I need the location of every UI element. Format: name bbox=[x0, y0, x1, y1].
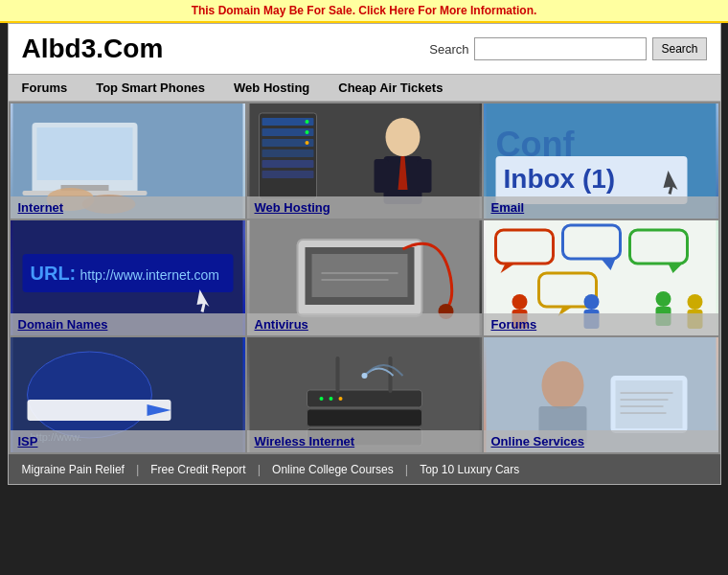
nav-smart-phones[interactable]: Top Smart Phones bbox=[96, 80, 205, 95]
banner-text: This Domain May Be For Sale. Click Here … bbox=[192, 4, 537, 17]
footer-links: Migraine Pain Relief | Free Credit Repor… bbox=[9, 454, 720, 484]
svg-point-72 bbox=[338, 397, 342, 401]
grid-label-online: Online Services bbox=[484, 430, 718, 452]
svg-rect-14 bbox=[262, 171, 313, 178]
svg-rect-65 bbox=[307, 409, 421, 426]
svg-point-70 bbox=[319, 397, 323, 401]
grid-link-wireless[interactable]: Wireless Internet bbox=[255, 434, 355, 448]
grid-link-email[interactable]: Email bbox=[491, 200, 525, 215]
nav-web-hosting[interactable]: Web Hosting bbox=[234, 80, 309, 95]
svg-point-17 bbox=[305, 141, 308, 145]
grid-link-antivirus[interactable]: Antivirus bbox=[255, 317, 308, 332]
grid-item-wireless[interactable]: Wireless Internet bbox=[247, 337, 482, 452]
svg-rect-20 bbox=[374, 159, 388, 193]
nav-bar: Forums Top Smart Phones Web Hosting Chea… bbox=[9, 74, 720, 102]
site-header: Albd3.Com Search Search bbox=[9, 24, 720, 74]
nav-forums[interactable]: Forums bbox=[22, 80, 68, 95]
svg-point-58 bbox=[27, 352, 151, 438]
sale-banner[interactable]: This Domain May Be For Sale. Click Here … bbox=[0, 0, 728, 23]
grid-item-isp[interactable]: http://www. ISP bbox=[11, 337, 245, 452]
grid-link-webhosting[interactable]: Web Hosting bbox=[255, 200, 330, 215]
footer-sep-1: | bbox=[136, 462, 139, 476]
svg-point-18 bbox=[385, 118, 420, 156]
svg-rect-64 bbox=[307, 390, 421, 407]
grid-link-online[interactable]: Online Services bbox=[491, 434, 585, 448]
grid-item-email[interactable]: Conf Inbox (1) Email bbox=[484, 104, 718, 218]
grid-label-internet: Internet bbox=[11, 196, 245, 218]
search-button[interactable]: Search bbox=[652, 37, 706, 60]
grid-item-antivirus[interactable]: Antivirus bbox=[247, 220, 482, 335]
svg-point-71 bbox=[329, 397, 332, 401]
grid-link-forums[interactable]: Forums bbox=[491, 317, 537, 332]
svg-point-49 bbox=[512, 294, 527, 310]
grid-label-domain: Domain Names bbox=[11, 313, 245, 335]
footer-sep-3: | bbox=[405, 462, 408, 476]
svg-text:URL:: URL: bbox=[30, 263, 76, 284]
site-logo: Albd3.Com bbox=[22, 34, 164, 64]
svg-point-55 bbox=[687, 294, 702, 310]
footer-link-migraine[interactable]: Migraine Pain Relief bbox=[22, 463, 125, 476]
svg-rect-13 bbox=[262, 160, 313, 168]
svg-point-51 bbox=[583, 294, 599, 310]
search-label: Search bbox=[429, 42, 468, 57]
grid-item-online[interactable]: Online Services bbox=[484, 337, 718, 452]
grid-label-antivirus: Antivirus bbox=[247, 313, 482, 335]
grid-label-email: Email bbox=[484, 196, 718, 218]
grid-item-internet[interactable]: Internet bbox=[11, 104, 245, 218]
svg-rect-37 bbox=[311, 254, 407, 297]
svg-text:http://www.internet.com: http://www.internet.com bbox=[80, 267, 219, 283]
nav-air-tickets[interactable]: Cheap Air Tickets bbox=[338, 80, 443, 95]
svg-rect-21 bbox=[417, 159, 431, 193]
svg-text:Inbox (1): Inbox (1) bbox=[503, 164, 615, 194]
svg-point-69 bbox=[361, 373, 367, 379]
svg-rect-2 bbox=[36, 127, 132, 180]
footer-link-college[interactable]: Online College Courses bbox=[272, 463, 394, 476]
grid-link-domain[interactable]: Domain Names bbox=[18, 317, 108, 332]
grid-item-forums[interactable]: Forums bbox=[484, 220, 718, 335]
footer-link-cars[interactable]: Top 10 Luxury Cars bbox=[420, 463, 519, 476]
svg-point-53 bbox=[655, 291, 671, 307]
grid-label-isp: ISP bbox=[11, 430, 245, 452]
grid-label-wireless: Wireless Internet bbox=[247, 430, 482, 452]
svg-rect-67 bbox=[335, 356, 339, 393]
search-area: Search Search bbox=[429, 37, 706, 60]
svg-rect-12 bbox=[262, 150, 313, 157]
footer-link-credit[interactable]: Free Credit Report bbox=[150, 463, 245, 476]
search-input[interactable] bbox=[474, 37, 647, 60]
grid-item-webhosting[interactable]: Web Hosting bbox=[247, 104, 482, 218]
grid-label-forums: Forums bbox=[484, 313, 718, 335]
grid-label-webhosting: Web Hosting bbox=[247, 196, 482, 218]
svg-point-15 bbox=[305, 120, 308, 124]
svg-rect-77 bbox=[615, 380, 682, 428]
grid-item-domain[interactable]: URL: http://www.internet.com Domain Name… bbox=[11, 220, 245, 335]
category-grid: Internet bbox=[9, 102, 720, 454]
grid-link-isp[interactable]: ISP bbox=[18, 434, 38, 448]
grid-link-internet[interactable]: Internet bbox=[18, 200, 64, 215]
footer-sep-2: | bbox=[258, 462, 261, 476]
svg-point-74 bbox=[541, 361, 583, 409]
svg-point-16 bbox=[305, 130, 308, 134]
